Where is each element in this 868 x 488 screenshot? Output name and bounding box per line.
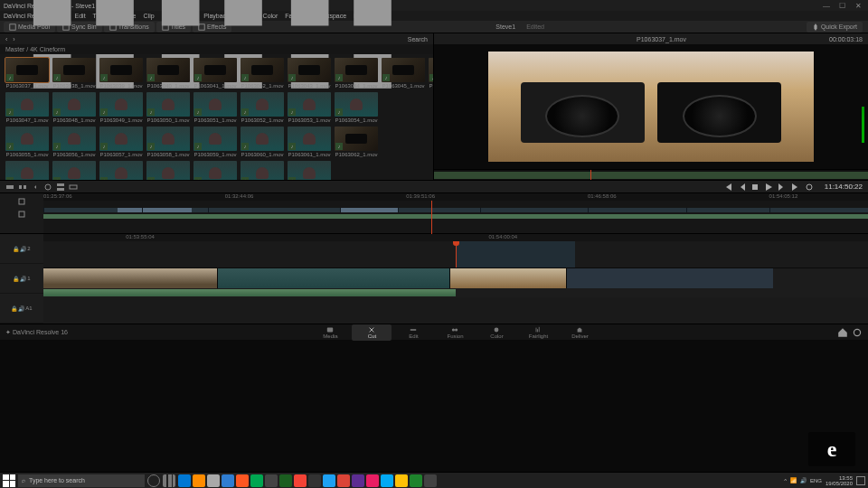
clip-thumbnail[interactable]: ♪P1063043_1.mov <box>288 58 331 89</box>
clip-thumbnail[interactable]: ♪P1063041_1.mov <box>193 58 237 89</box>
speaker-icon[interactable]: 🔊 <box>20 276 26 282</box>
clip-thumbnail[interactable]: ♪P1063060_1.mov <box>241 127 284 157</box>
loop-icon[interactable] <box>804 183 815 192</box>
taskbar-app-1[interactable] <box>193 474 205 487</box>
clip-thumbnail[interactable]: ♪P1063049_1.mov <box>99 92 143 123</box>
lock-icon[interactable]: 🔒 <box>13 276 19 282</box>
taskbar-app-7[interactable] <box>279 474 292 487</box>
clip-thumbnail[interactable]: ♪P1063038_1.mov <box>52 58 96 89</box>
taskbar-app-16[interactable] <box>410 474 422 487</box>
closeup-icon[interactable] <box>43 183 52 192</box>
tray-chevron-up-icon[interactable]: ^ <box>784 478 787 483</box>
page-tab-fairlight[interactable]: Fairlight <box>518 324 558 341</box>
clip-thumbnail[interactable]: ♪P1063052_1.mov <box>241 92 284 123</box>
ripple-icon[interactable] <box>31 183 40 192</box>
clip-thumbnail[interactable]: ♪P1063042_1.mov <box>241 58 284 89</box>
clip-thumbnail[interactable]: ♪P1063039_1.mov <box>99 58 143 89</box>
source-overwrite-icon[interactable] <box>69 183 78 192</box>
taskbar-app-4[interactable] <box>236 474 249 487</box>
clip-thumbnail[interactable]: ♪P1063083_1.mov <box>5 161 49 180</box>
clip-thumbnail[interactable]: ♪P1063088_1.mov <box>241 161 284 180</box>
taskbar-app-12[interactable] <box>352 474 364 487</box>
page-tab-media[interactable]: Media <box>310 324 350 341</box>
clip-thumbnail[interactable]: ♪P1063084_1.mov <box>52 161 96 180</box>
viewer-playhead[interactable] <box>590 170 591 180</box>
trim-mode-icon[interactable] <box>16 197 27 206</box>
upper-playhead[interactable] <box>431 201 432 234</box>
track-header[interactable]: 🔒🔊A1 <box>0 294 43 324</box>
page-tab-deliver[interactable]: Deliver <box>560 324 599 341</box>
track-v2[interactable] <box>43 241 868 268</box>
clock[interactable]: 13:55 19/05/2020 <box>826 475 853 486</box>
clip-thumbnail[interactable]: ♪P1063048_1.mov <box>52 92 96 123</box>
clip-thumbnail[interactable]: ♪P1063044_1.mov <box>335 58 378 89</box>
page-tab-edit[interactable]: Edit <box>393 324 433 341</box>
video-clip[interactable] <box>218 268 450 288</box>
clip-thumbnail[interactable]: ♪P1063051_1.mov <box>193 92 237 123</box>
video-placeholder[interactable] <box>567 268 773 288</box>
master-timecode[interactable]: 11:14:50:22 <box>825 183 863 191</box>
home-icon[interactable] <box>837 327 848 338</box>
stop-icon[interactable] <box>750 183 760 192</box>
viewer-scrubber[interactable] <box>434 169 868 180</box>
taskbar-app-17[interactable] <box>424 474 437 487</box>
clip-thumbnail[interactable]: ♪P1063059_1.mov <box>193 127 237 157</box>
clip-thumbnail[interactable]: ♪P1063057_1.mov <box>99 127 143 157</box>
clip-thumbnail[interactable]: ♪P1063058_1.mov <box>146 127 190 157</box>
clip-thumbnail[interactable]: ♪P1063056_1.mov <box>52 127 96 157</box>
clip-thumbnail[interactable]: ♪P1063047_1.mov <box>5 92 49 123</box>
place-on-top-icon[interactable] <box>56 183 65 192</box>
lower-playhead[interactable] <box>456 241 457 267</box>
task-view-icon[interactable] <box>163 474 175 487</box>
breadcrumb[interactable]: Master / 4K Cineform <box>0 44 433 54</box>
play-icon[interactable] <box>763 183 774 192</box>
settings-icon[interactable] <box>852 327 863 338</box>
clip-thumbnail[interactable]: ♪P1063050_1.mov <box>146 92 190 123</box>
taskbar-app-0[interactable] <box>178 474 191 487</box>
speaker-icon[interactable]: 🔊 <box>20 246 26 252</box>
jump-start-icon[interactable] <box>722 183 733 192</box>
taskbar-search[interactable]: ⌕ Type here to search <box>18 474 145 487</box>
upper-audio-track[interactable] <box>43 214 868 219</box>
speaker-icon[interactable]: 🔊 <box>18 305 24 312</box>
clip-thumbnail[interactable]: ♪P1063087_1.mov <box>193 161 237 180</box>
video-clip[interactable] <box>43 268 218 288</box>
search-label[interactable]: Search <box>408 36 428 42</box>
timeline-audio-clip[interactable] <box>43 214 868 219</box>
project-name[interactable]: Steve1 <box>490 23 521 30</box>
taskbar-app-15[interactable] <box>395 474 408 487</box>
swap-icon[interactable] <box>16 210 27 219</box>
video-clip[interactable] <box>450 268 567 288</box>
page-tab-cut[interactable]: Cut <box>352 324 392 341</box>
audio-clip[interactable] <box>43 289 456 296</box>
maximize-button[interactable]: ☐ <box>839 2 848 9</box>
lock-icon[interactable]: 🔒 <box>11 305 17 312</box>
clip-thumbnail[interactable]: ♪P1063086_1.mov <box>146 161 190 180</box>
edit-zone[interactable] <box>456 241 575 267</box>
tray-volume-icon[interactable]: 🔊 <box>800 477 807 483</box>
page-tab-color[interactable]: Color <box>476 324 516 341</box>
back-icon[interactable]: ‹ <box>5 36 7 42</box>
tray-wifi-icon[interactable]: 📶 <box>790 477 797 483</box>
taskbar-app-3[interactable] <box>222 474 234 487</box>
taskbar-app-6[interactable] <box>265 474 278 487</box>
taskbar-app-14[interactable] <box>381 474 393 487</box>
taskbar-app-8[interactable] <box>294 474 307 487</box>
clip-thumbnail[interactable]: ♪P1063085_1.mov <box>99 161 143 180</box>
lower-ruler[interactable]: 01:53:55:0401:54:00:04 <box>43 234 868 241</box>
tray-language[interactable]: ENG <box>810 478 822 483</box>
fwd-icon[interactable]: › <box>13 36 14 42</box>
lock-icon[interactable]: 🔒 <box>13 246 19 252</box>
upper-ruler[interactable]: 01:25:37:0601:32:44:0601:39:51:0601:46:5… <box>43 193 868 201</box>
step-fwd-icon[interactable] <box>777 183 788 192</box>
viewer-canvas[interactable] <box>434 44 868 169</box>
clip-thumbnail[interactable]: ♪P1063061_1.mov <box>288 127 331 157</box>
taskbar-app-2[interactable] <box>207 474 220 487</box>
clip-thumbnail[interactable]: ♪P1063062_1.mov <box>335 127 378 157</box>
clip-thumbnail[interactable]: ♪P1063040_1.mov <box>146 58 190 89</box>
quick-export-button[interactable]: Quick Export <box>807 22 863 33</box>
upper-tracks[interactable] <box>43 201 868 234</box>
start-button[interactable] <box>3 474 15 487</box>
lower-timeline-main[interactable]: 01:53:55:0401:54:00:04 <box>43 234 868 324</box>
step-back-icon[interactable] <box>736 183 747 192</box>
